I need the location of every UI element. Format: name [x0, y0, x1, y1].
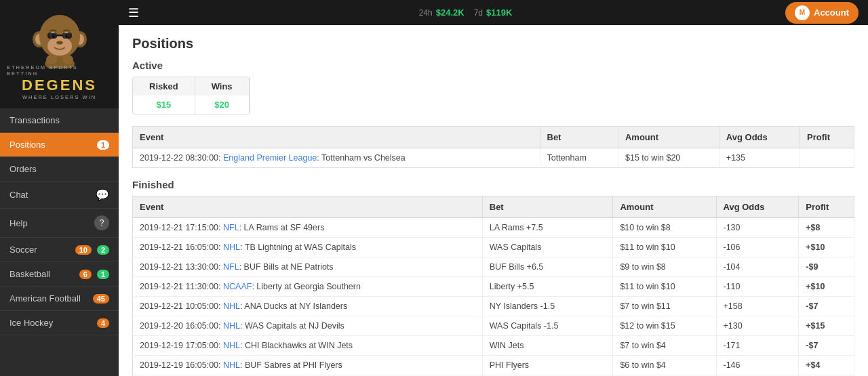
- sidebar-item-american-football[interactable]: American Football 45: [0, 287, 119, 311]
- sidebar-item-positions[interactable]: Positions 1: [0, 133, 119, 157]
- finished-row-profit: +$10: [799, 238, 854, 257]
- active-th-profit: Profit: [800, 127, 854, 148]
- finished-row-event: 2019-12-21 11:30:00: NCAAF: Liberty at G…: [133, 277, 483, 297]
- active-table: Event Bet Amount Avg Odds Profit 2019-12…: [132, 126, 854, 168]
- finished-th-profit: Profit: [799, 196, 854, 218]
- topbar: ☰ 24h $24.2K 7d $119K M Account: [119, 0, 868, 25]
- logo-container: ETHEREUM SPORTS BETTING DEGENS WHERE LOS…: [7, 3, 112, 106]
- positions-badge: 1: [97, 140, 109, 150]
- svg-point-19: [46, 55, 57, 64]
- page-title: Positions: [132, 36, 854, 51]
- sidebar-item-soccer[interactable]: Soccer 10 2: [0, 238, 119, 262]
- finished-th-event: Event: [133, 196, 483, 218]
- finished-row-event: 2019-12-21 13:30:00: NFL: BUF Bills at N…: [133, 257, 483, 277]
- active-row-event: 2019-12-22 08:30:00: England Premier Lea…: [133, 148, 540, 168]
- finished-th-bet: Bet: [482, 196, 613, 218]
- basketball-badge2: 1: [97, 270, 109, 279]
- finished-row-event: 2019-12-19 16:05:00: NHL: BUF Sabres at …: [133, 356, 483, 375]
- finished-row-amount: $7 to win $11: [613, 297, 716, 316]
- logo-tagline-top: ETHEREUM SPORTS BETTING: [7, 64, 112, 77]
- finished-event-league-link[interactable]: NHL: [223, 243, 240, 252]
- finished-row-avgodds: -171: [716, 336, 799, 356]
- active-th-avgsodds: Avg Odds: [719, 127, 800, 148]
- table-row: 2019-12-22 08:30:00: England Premier Lea…: [133, 148, 854, 168]
- finished-row-bet: PHI Flyers: [482, 356, 613, 375]
- finished-th-amount: Amount: [613, 196, 716, 218]
- finished-row-event: 2019-12-21 17:15:00: NFL: LA Rams at SF …: [133, 218, 483, 238]
- stat-24h-value: $24.2K: [436, 7, 465, 18]
- summary-risked-header: Risked: [133, 77, 195, 96]
- active-event-league-link[interactable]: England Premier League: [223, 153, 317, 163]
- stat-7d-value: $119K: [486, 7, 512, 18]
- finished-row-bet: NY Islanders -1.5: [482, 297, 613, 316]
- finished-row-avgodds: -104: [716, 257, 799, 277]
- summary-risked-value: $15: [133, 96, 195, 114]
- finished-row-profit: +$10: [799, 277, 854, 297]
- finished-row-bet: WIN Jets: [482, 336, 613, 356]
- logo-tagline-bottom: WHERE LOSERS WIN: [22, 94, 96, 100]
- main-content: ☰ 24h $24.2K 7d $119K M Account Position…: [119, 0, 868, 376]
- finished-row-avgodds: -146: [716, 356, 799, 375]
- active-th-bet: Bet: [540, 127, 618, 148]
- help-icon: ?: [94, 215, 109, 230]
- sidebar: ETHEREUM SPORTS BETTING DEGENS WHERE LOS…: [0, 0, 119, 376]
- finished-row-avgodds: -110: [716, 277, 799, 297]
- finished-section: Finished Event Bet Amount Avg Odds Profi…: [132, 179, 854, 376]
- table-row: 2019-12-19 17:05:00: NHL: CHI Blackhawks…: [133, 336, 854, 356]
- stat-24h: 24h $24.2K: [419, 7, 465, 18]
- svg-point-14: [60, 42, 62, 44]
- finished-event-league-link[interactable]: NFL: [223, 262, 239, 272]
- table-row: 2019-12-21 16:05:00: NHL: TB Lightning a…: [133, 238, 854, 257]
- finished-row-amount: $11 to win $10: [613, 277, 716, 297]
- american-football-badge: 45: [93, 294, 109, 304]
- finished-row-bet: WAS Capitals -1.5: [482, 316, 613, 336]
- summary-wins-value: $20: [195, 96, 249, 114]
- svg-rect-15: [47, 33, 57, 39]
- finished-row-profit: -$9: [799, 257, 854, 277]
- table-row: 2019-12-21 11:30:00: NCAAF: Liberty at G…: [133, 277, 854, 297]
- finished-row-event: 2019-12-19 17:05:00: NHL: CHI Blackhawks…: [133, 336, 483, 356]
- finished-event-league-link[interactable]: NCAAF: [223, 282, 252, 291]
- table-row: 2019-12-20 16:05:00: NHL: WAS Capitals a…: [133, 316, 854, 336]
- logo-title: DEGENS: [22, 77, 97, 94]
- stats-area: 24h $24.2K 7d $119K: [153, 7, 778, 18]
- sidebar-item-transactions[interactable]: Transactions: [0, 108, 119, 133]
- finished-row-avgodds: -130: [716, 218, 799, 238]
- finished-row-bet: BUF Bills +6.5: [482, 257, 613, 277]
- finished-event-league-link[interactable]: NHL: [223, 321, 240, 331]
- account-button[interactable]: M Account: [785, 2, 859, 24]
- sidebar-item-basketball[interactable]: Basketball 6 1: [0, 262, 119, 287]
- finished-row-profit: +$8: [799, 218, 854, 238]
- finished-row-profit: +$4: [799, 356, 854, 375]
- sidebar-item-help[interactable]: Help ?: [0, 209, 119, 238]
- svg-point-20: [62, 55, 73, 64]
- finished-event-league-link[interactable]: NFL: [223, 223, 239, 232]
- finished-row-avgodds: +130: [716, 316, 799, 336]
- finished-row-event: 2019-12-21 16:05:00: NHL: TB Lightning a…: [133, 238, 483, 257]
- active-row-amount: $15 to win $20: [618, 148, 719, 168]
- finished-row-amount: $12 to win $15: [613, 316, 716, 336]
- sidebar-item-orders[interactable]: Orders: [0, 157, 119, 182]
- soccer-badge2: 2: [97, 245, 109, 255]
- finished-event-league-link[interactable]: NHL: [223, 341, 240, 350]
- finished-row-event: 2019-12-21 10:05:00: NHL: ANA Ducks at N…: [133, 297, 483, 316]
- finished-row-amount: $11 to win $10: [613, 238, 716, 257]
- finished-row-event: 2019-12-20 16:05:00: NHL: WAS Capitals a…: [133, 316, 483, 336]
- active-row-bet: Tottenham: [540, 148, 618, 168]
- finished-row-amount: $9 to win $8: [613, 257, 716, 277]
- account-avatar: M: [795, 5, 810, 20]
- table-row: 2019-12-19 16:05:00: NHL: BUF Sabres at …: [133, 356, 854, 375]
- active-summary-table: Risked Wins $15 $20: [132, 77, 250, 114]
- finished-row-avgodds: +158: [716, 297, 799, 316]
- finished-row-amount: $7 to win $4: [613, 336, 716, 356]
- finished-event-league-link[interactable]: NHL: [223, 301, 240, 311]
- hamburger-icon[interactable]: ☰: [128, 5, 139, 20]
- sidebar-item-ice-hockey[interactable]: Ice Hockey 4: [0, 311, 119, 335]
- logo-area: ETHEREUM SPORTS BETTING DEGENS WHERE LOS…: [0, 0, 119, 108]
- finished-row-amount: $10 to win $8: [613, 218, 716, 238]
- finished-row-amount: $6 to win $4: [613, 356, 716, 375]
- active-row-profit: [800, 148, 854, 168]
- finished-row-profit: +$15: [799, 316, 854, 336]
- sidebar-item-chat[interactable]: Chat 💬: [0, 182, 119, 209]
- finished-event-league-link[interactable]: NHL: [223, 360, 240, 370]
